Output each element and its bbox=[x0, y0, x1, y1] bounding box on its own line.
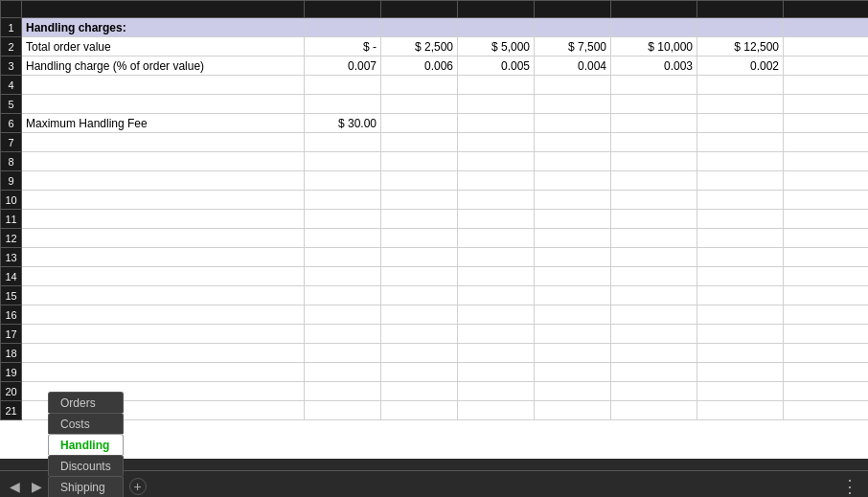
cell-c-3[interactable]: 0.006 bbox=[381, 56, 458, 76]
cell-h-17[interactable] bbox=[784, 325, 869, 344]
add-sheet-button[interactable]: + bbox=[129, 478, 147, 495]
cell-f-21[interactable] bbox=[611, 401, 697, 420]
cell-h-8[interactable] bbox=[784, 152, 869, 171]
cell-b-1[interactable] bbox=[305, 18, 381, 37]
col-header-g[interactable] bbox=[697, 1, 784, 18]
cell-e-1[interactable] bbox=[535, 18, 611, 37]
scroll-area[interactable]: 1Handling charges:2Total order value$ -$… bbox=[0, 0, 868, 459]
cell-f-7[interactable] bbox=[611, 133, 697, 152]
cell-g-7[interactable] bbox=[697, 133, 784, 152]
cell-e-16[interactable] bbox=[535, 305, 611, 325]
tab-prev-button[interactable]: ◀ bbox=[4, 476, 26, 497]
cell-h-20[interactable] bbox=[784, 382, 869, 401]
cell-c-2[interactable]: $ 2,500 bbox=[381, 37, 458, 56]
cell-a-15[interactable] bbox=[22, 286, 305, 305]
cell-c-16[interactable] bbox=[381, 305, 458, 325]
cell-g-11[interactable] bbox=[697, 210, 784, 229]
cell-h-15[interactable] bbox=[784, 286, 869, 305]
horizontal-scrollbar[interactable] bbox=[0, 459, 868, 470]
cell-g-14[interactable] bbox=[697, 267, 784, 286]
cell-a-11[interactable] bbox=[22, 210, 305, 229]
cell-h-2[interactable] bbox=[784, 37, 869, 56]
cell-h-14[interactable] bbox=[784, 267, 869, 286]
cell-g-2[interactable]: $ 12,500 bbox=[697, 37, 784, 56]
sheet-tab-shipping[interactable]: Shipping bbox=[48, 476, 124, 497]
cell-d-3[interactable]: 0.005 bbox=[458, 56, 535, 76]
cell-e-15[interactable] bbox=[535, 286, 611, 305]
cell-b-11[interactable] bbox=[305, 210, 381, 229]
sheet-tab-orders[interactable]: Orders bbox=[48, 392, 124, 413]
cell-d-9[interactable] bbox=[458, 171, 535, 191]
cell-d-11[interactable] bbox=[458, 210, 535, 229]
cell-f-4[interactable] bbox=[611, 76, 697, 95]
cell-e-7[interactable] bbox=[535, 133, 611, 152]
cell-d-20[interactable] bbox=[458, 382, 535, 401]
cell-d-10[interactable] bbox=[458, 191, 535, 210]
cell-h-9[interactable] bbox=[784, 171, 869, 191]
cell-f-11[interactable] bbox=[611, 210, 697, 229]
cell-h-18[interactable] bbox=[784, 344, 869, 363]
cell-d-15[interactable] bbox=[458, 286, 535, 305]
cell-b-3[interactable]: 0.007 bbox=[305, 56, 381, 76]
cell-f-8[interactable] bbox=[611, 152, 697, 171]
cell-b-21[interactable] bbox=[305, 401, 381, 420]
cell-g-13[interactable] bbox=[697, 248, 784, 267]
cell-e-14[interactable] bbox=[535, 267, 611, 286]
cell-c-7[interactable] bbox=[381, 133, 458, 152]
cell-a-17[interactable] bbox=[22, 325, 305, 344]
cell-d-6[interactable] bbox=[458, 114, 535, 133]
cell-h-6[interactable] bbox=[784, 114, 869, 133]
cell-a-13[interactable] bbox=[22, 248, 305, 267]
cell-c-12[interactable] bbox=[381, 229, 458, 248]
cell-b-7[interactable] bbox=[305, 133, 381, 152]
cell-c-13[interactable] bbox=[381, 248, 458, 267]
cell-d-13[interactable] bbox=[458, 248, 535, 267]
cell-d-12[interactable] bbox=[458, 229, 535, 248]
cell-e-13[interactable] bbox=[535, 248, 611, 267]
cell-g-8[interactable] bbox=[697, 152, 784, 171]
sheet-tab-discounts[interactable]: Discounts bbox=[48, 455, 124, 476]
cell-g-19[interactable] bbox=[697, 363, 784, 382]
cell-e-21[interactable] bbox=[535, 401, 611, 420]
cell-e-19[interactable] bbox=[535, 363, 611, 382]
cell-f-12[interactable] bbox=[611, 229, 697, 248]
cell-c-5[interactable] bbox=[381, 95, 458, 114]
more-sheets-button[interactable]: ⋮ bbox=[835, 476, 864, 497]
cell-h-19[interactable] bbox=[784, 363, 869, 382]
cell-g-15[interactable] bbox=[697, 286, 784, 305]
cell-a-18[interactable] bbox=[22, 344, 305, 363]
cell-a-9[interactable] bbox=[22, 171, 305, 191]
cell-f-16[interactable] bbox=[611, 305, 697, 325]
cell-g-12[interactable] bbox=[697, 229, 784, 248]
cell-b-6[interactable]: $ 30.00 bbox=[305, 114, 381, 133]
cell-b-4[interactable] bbox=[305, 76, 381, 95]
col-header-c[interactable] bbox=[381, 1, 458, 18]
col-header-e[interactable] bbox=[535, 1, 611, 18]
cell-d-21[interactable] bbox=[458, 401, 535, 420]
cell-e-11[interactable] bbox=[535, 210, 611, 229]
cell-d-17[interactable] bbox=[458, 325, 535, 344]
cell-a-14[interactable] bbox=[22, 267, 305, 286]
cell-c-1[interactable] bbox=[381, 18, 458, 37]
cell-b-18[interactable] bbox=[305, 344, 381, 363]
cell-e-8[interactable] bbox=[535, 152, 611, 171]
cell-e-20[interactable] bbox=[535, 382, 611, 401]
cell-a-7[interactable] bbox=[22, 133, 305, 152]
cell-d-8[interactable] bbox=[458, 152, 535, 171]
cell-b-19[interactable] bbox=[305, 363, 381, 382]
cell-h-11[interactable] bbox=[784, 210, 869, 229]
cell-h-13[interactable] bbox=[784, 248, 869, 267]
cell-b-8[interactable] bbox=[305, 152, 381, 171]
cell-b-12[interactable] bbox=[305, 229, 381, 248]
sheet-tab-handling[interactable]: Handling bbox=[48, 434, 124, 455]
col-header-h[interactable] bbox=[784, 1, 869, 18]
cell-b-16[interactable] bbox=[305, 305, 381, 325]
cell-b-13[interactable] bbox=[305, 248, 381, 267]
cell-a-12[interactable] bbox=[22, 229, 305, 248]
cell-e-4[interactable] bbox=[535, 76, 611, 95]
cell-d-14[interactable] bbox=[458, 267, 535, 286]
cell-e-2[interactable]: $ 7,500 bbox=[535, 37, 611, 56]
col-header-b[interactable] bbox=[305, 1, 381, 18]
cell-g-18[interactable] bbox=[697, 344, 784, 363]
cell-g-20[interactable] bbox=[697, 382, 784, 401]
